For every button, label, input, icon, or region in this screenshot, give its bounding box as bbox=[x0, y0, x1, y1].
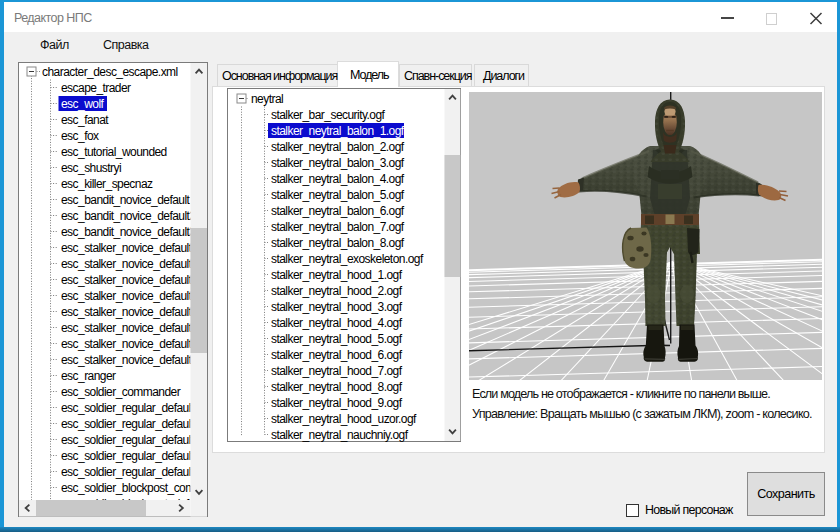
svg-text:esc_soldier_regular_default1: esc_soldier_regular_default1 bbox=[61, 416, 201, 430]
svg-text:stalker_neytral_hood_uzor.ogf: stalker_neytral_hood_uzor.ogf bbox=[271, 412, 417, 426]
svg-text:esc_stalker_novice_default4: esc_stalker_novice_default4 bbox=[61, 304, 198, 318]
svg-text:esc_stalker_novice_default2: esc_stalker_novice_default2 bbox=[61, 272, 198, 286]
svg-text:esc_soldier_regular_default4: esc_soldier_regular_default4 bbox=[61, 464, 201, 478]
svg-text:esc_soldier_regular_default: esc_soldier_regular_default bbox=[61, 400, 195, 414]
svg-text:stalker_neytral_hood_1.ogf: stalker_neytral_hood_1.ogf bbox=[271, 268, 403, 282]
svg-text:esc_stalker_novice_default6: esc_stalker_novice_default6 bbox=[61, 336, 198, 350]
svg-text:esc_tutorial_wounded: esc_tutorial_wounded bbox=[61, 144, 167, 158]
svg-text:stalker_neytral_hood_2.ogf: stalker_neytral_hood_2.ogf bbox=[271, 284, 403, 298]
svg-text:esc_soldier_regular_default2: esc_soldier_regular_default2 bbox=[61, 432, 201, 446]
svg-text:esc_stalker_novice_default7: esc_stalker_novice_default7 bbox=[61, 352, 198, 366]
svg-text:esc_stalker_novice_default1: esc_stalker_novice_default1 bbox=[61, 256, 198, 270]
svg-text:stalker_neytral_hood_6.ogf: stalker_neytral_hood_6.ogf bbox=[271, 348, 403, 362]
svg-text:esc_stalker_novice_default3: esc_stalker_novice_default3 bbox=[61, 288, 198, 302]
svg-text:stalker_neytral_balon_5.ogf: stalker_neytral_balon_5.ogf bbox=[271, 188, 405, 202]
svg-text:stalker_neytral_balon_8.ogf: stalker_neytral_balon_8.ogf bbox=[271, 236, 405, 250]
svg-text:stalker_neytral_balon_1.ogf: stalker_neytral_balon_1.ogf bbox=[271, 124, 405, 138]
svg-text:stalker_neytral_hood_7.ogf: stalker_neytral_hood_7.ogf bbox=[271, 364, 403, 378]
svg-text:stalker_neytral_balon_2.ogf: stalker_neytral_balon_2.ogf bbox=[271, 140, 405, 154]
svg-text:neytral: neytral bbox=[251, 92, 283, 106]
svg-text:stalker_neytral_balon_3.ogf: stalker_neytral_balon_3.ogf bbox=[271, 156, 405, 170]
svg-text:esc_bandit_novice_default2: esc_bandit_novice_default2 bbox=[61, 208, 196, 222]
svg-text:esc_bandit_novice_default: esc_bandit_novice_default bbox=[61, 192, 191, 206]
svg-text:stalker_neytral_hood_5.ogf: stalker_neytral_hood_5.ogf bbox=[271, 332, 403, 346]
svg-text:stalker_bar_security.ogf: stalker_bar_security.ogf bbox=[271, 108, 386, 122]
svg-text:stalker_neytral_nauchniy.ogf: stalker_neytral_nauchniy.ogf bbox=[271, 428, 409, 442]
svg-text:escape_trader: escape_trader bbox=[61, 80, 131, 94]
svg-text:stalker_neytral_hood_9.ogf: stalker_neytral_hood_9.ogf bbox=[271, 396, 403, 410]
svg-text:esc_soldier_regular_default3: esc_soldier_regular_default3 bbox=[61, 448, 201, 462]
svg-text:stalker_neytral_hood_8.ogf: stalker_neytral_hood_8.ogf bbox=[271, 380, 403, 394]
svg-text:esc_fox: esc_fox bbox=[61, 128, 99, 142]
svg-text:esc_bandit_novice_default3: esc_bandit_novice_default3 bbox=[61, 224, 196, 238]
svg-text:esc_soldier_blockpost_commande: esc_soldier_blockpost_commander bbox=[61, 480, 208, 494]
svg-text:character_desc_escape.xml: character_desc_escape.xml bbox=[42, 64, 178, 78]
svg-text:esc_soldier_commander: esc_soldier_commander bbox=[61, 384, 181, 398]
svg-text:stalker_neytral_hood_4.ogf: stalker_neytral_hood_4.ogf bbox=[271, 316, 403, 330]
svg-text:stalker_neytral_balon_4.ogf: stalker_neytral_balon_4.ogf bbox=[271, 172, 405, 186]
svg-text:esc_stalker_novice_default5: esc_stalker_novice_default5 bbox=[61, 320, 198, 334]
svg-text:stalker_neytral_balon_7.ogf: stalker_neytral_balon_7.ogf bbox=[271, 220, 405, 234]
svg-text:esc_fanat: esc_fanat bbox=[61, 112, 109, 126]
svg-text:esc_wolf: esc_wolf bbox=[61, 96, 105, 110]
svg-text:stalker_neytral_hood_3.ogf: stalker_neytral_hood_3.ogf bbox=[271, 300, 403, 314]
svg-text:esc_ranger: esc_ranger bbox=[61, 368, 116, 382]
svg-text:esc_stalker_novice_default: esc_stalker_novice_default bbox=[61, 240, 193, 254]
svg-text:esc_shustryi: esc_shustryi bbox=[61, 160, 121, 174]
svg-text:stalker_neytral_exoskeleton.og: stalker_neytral_exoskeleton.ogf bbox=[271, 252, 424, 266]
svg-text:esc_killer_specnaz: esc_killer_specnaz bbox=[61, 176, 153, 190]
svg-text:stalker_neytral_balon_6.ogf: stalker_neytral_balon_6.ogf bbox=[271, 204, 405, 218]
